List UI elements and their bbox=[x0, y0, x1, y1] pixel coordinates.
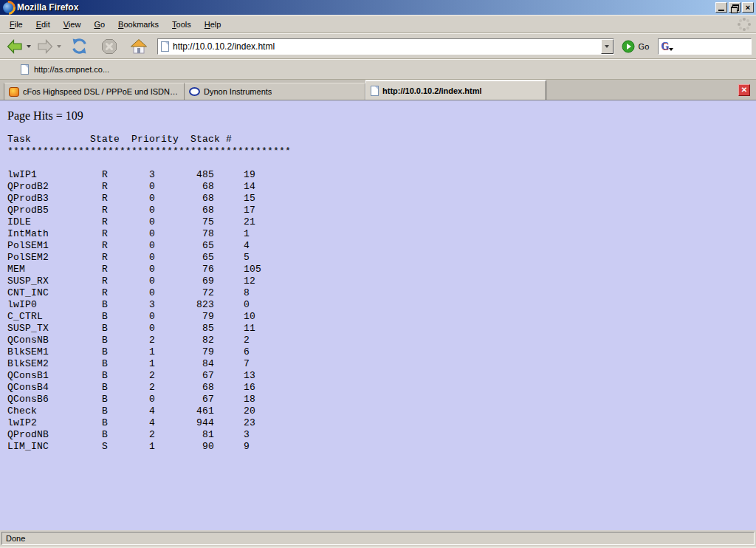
back-dropdown-icon[interactable] bbox=[27, 45, 31, 48]
minimize-icon bbox=[718, 10, 724, 11]
menu-tools[interactable]: Tools bbox=[165, 18, 198, 31]
firefox-icon bbox=[3, 2, 14, 13]
tab-close-button[interactable]: ✕ bbox=[738, 84, 750, 96]
url-input[interactable] bbox=[173, 41, 601, 52]
restore-icon bbox=[731, 4, 738, 11]
forward-dropdown-icon[interactable] bbox=[57, 45, 61, 48]
menu-go[interactable]: Go bbox=[87, 18, 111, 31]
tab-label: Dynon Instruments bbox=[204, 87, 272, 96]
minimize-button[interactable] bbox=[715, 2, 727, 13]
restore-button[interactable] bbox=[729, 2, 740, 13]
menu-file[interactable]: File bbox=[3, 18, 30, 31]
home-icon bbox=[130, 38, 148, 55]
search-box[interactable]: G bbox=[658, 38, 752, 55]
dynon-icon bbox=[189, 87, 200, 96]
throbber-icon bbox=[737, 17, 752, 32]
tab-2[interactable]: Dynon Instruments bbox=[185, 83, 365, 100]
tab-1[interactable]: cFos Highspeed DSL / PPPoE und ISDN CAP.… bbox=[4, 83, 185, 100]
go-label: Go bbox=[639, 42, 650, 51]
url-bar[interactable] bbox=[157, 38, 614, 55]
stop-icon bbox=[100, 38, 118, 55]
menu-help[interactable]: Help bbox=[198, 18, 228, 31]
status-text: Done bbox=[6, 534, 25, 543]
home-button[interactable] bbox=[129, 37, 148, 56]
tab-strip: cFos Highspeed DSL / PPPoE und ISDN CAP.… bbox=[4, 80, 546, 100]
back-icon bbox=[5, 38, 24, 55]
bookmark-page-icon bbox=[21, 64, 29, 75]
cfos-icon bbox=[9, 87, 19, 97]
close-button[interactable]: × bbox=[742, 2, 754, 13]
page-content: Page Hits = 109 Task State Priority Stac… bbox=[0, 100, 756, 530]
url-dropdown-icon bbox=[605, 45, 609, 48]
bookmarks-toolbar: http://as.cmpnet.co... bbox=[0, 59, 756, 80]
browser-window: Mozilla Firefox × FileEditViewGoBookmark… bbox=[0, 0, 756, 548]
tab-bar: cFos Highspeed DSL / PPPoE und ISDN CAP.… bbox=[0, 80, 756, 100]
page-icon bbox=[371, 86, 379, 96]
tab-3[interactable]: http://10.0.10.2/index.html bbox=[365, 80, 546, 100]
url-dropdown-button[interactable] bbox=[601, 39, 614, 54]
forward-icon bbox=[35, 38, 55, 55]
reload-button[interactable] bbox=[69, 36, 89, 56]
title-bar: Mozilla Firefox × bbox=[0, 0, 756, 15]
task-listing: Task State Priority Stack # ************… bbox=[7, 134, 756, 453]
google-icon: G bbox=[661, 41, 673, 52]
go-button[interactable]: Go bbox=[622, 40, 650, 53]
menu-bar: FileEditViewGoBookmarksToolsHelp bbox=[0, 15, 756, 33]
bookmark-item[interactable]: http://as.cmpnet.co... bbox=[18, 63, 112, 76]
stop-button[interactable] bbox=[100, 37, 119, 56]
tab-label: cFos Highspeed DSL / PPPoE und ISDN CAP.… bbox=[23, 87, 179, 96]
menu-bar-items: FileEditViewGoBookmarksToolsHelp bbox=[3, 18, 227, 31]
status-bar: Done bbox=[0, 530, 756, 548]
close-icon: × bbox=[746, 4, 750, 11]
page-hits-text: Page Hits = 109 bbox=[7, 109, 756, 123]
menu-bookmarks[interactable]: Bookmarks bbox=[111, 18, 165, 31]
go-icon bbox=[622, 40, 635, 53]
page-icon bbox=[161, 41, 169, 52]
menu-view[interactable]: View bbox=[57, 18, 88, 31]
reload-icon bbox=[70, 37, 89, 55]
forward-button[interactable] bbox=[35, 37, 62, 56]
window-title: Mozilla Firefox bbox=[17, 2, 714, 13]
bookmark-label: http://as.cmpnet.co... bbox=[34, 65, 109, 74]
status-panel: Done bbox=[1, 532, 755, 545]
menu-edit[interactable]: Edit bbox=[30, 18, 57, 31]
back-button[interactable] bbox=[4, 37, 32, 56]
tab-label: http://10.0.10.2/index.html bbox=[382, 86, 481, 95]
navigation-toolbar: Go G bbox=[0, 33, 756, 59]
search-input[interactable] bbox=[673, 41, 735, 52]
